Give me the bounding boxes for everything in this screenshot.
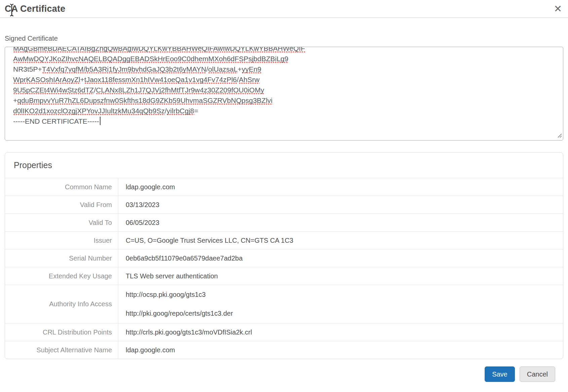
table-row-valid-to: Valid To 06/05/2023 — [5, 213, 563, 231]
row-label: Common Name — [5, 178, 118, 196]
certificate-line: MAgGBmeBDAECATAIBgZngQwBAgIwDQYLKwYBBAHW… — [13, 47, 560, 53]
table-row-subject-alternative-name: Subject Alternative Name ldap.google.com — [5, 341, 563, 359]
certificate-text: MAgGBmeBDAECATAIBgZngQwBAgIwDQYLKwYBBAHW… — [5, 47, 563, 126]
misspelled-word: AhSrw — [239, 76, 259, 84]
row-value: 06/05/2023 — [126, 219, 563, 227]
resize-handle-icon[interactable] — [557, 133, 562, 139]
table-row-serial-number: Serial Number 0eb6a9cb5f11079e0a6579daee… — [5, 249, 563, 267]
row-label: Authority Info Access — [5, 285, 118, 323]
dialog-header: CA Certificate ✕ — [0, 0, 568, 18]
row-label: Issuer — [5, 232, 118, 249]
misspelled-word: tJaox118fessmXn1hIVw41oeQa1v1vg4Fv74zPl6 — [84, 76, 237, 84]
cancel-button[interactable]: Cancel — [520, 366, 555, 382]
row-label: Valid From — [5, 196, 118, 213]
row-value: C=US, O=Google Trust Services LLC, CN=GT… — [126, 237, 563, 244]
certificate-line: 9U5pCZEt4Wi4wStz6dTZ/CLANx8LZh1J7QJVj2fh… — [13, 85, 560, 95]
misspelled-word: yyEn9 — [242, 65, 261, 74]
row-value: http://pki.goog/repo/certs/gts1c3.der — [126, 310, 563, 317]
misspelled-word: 9U5pCZEt4Wi4wStz6dTZ — [13, 86, 94, 94]
table-row-crl-distribution-points: CRL Distribution Points http://crls.pki.… — [5, 323, 563, 341]
text-caret — [100, 117, 100, 125]
row-label: Subject Alternative Name — [5, 341, 118, 359]
misspelled-word: MAgGBmeBDAECATAIBgZngQwBAgIwDQYLKwYBBAHW… — [13, 47, 305, 53]
row-value: 0eb6a9cb5f11079e0a6579daee7ad2ba — [126, 254, 563, 262]
certificate-line: WprKASOshIArAoyZl+tJaox118fessmXn1hIVw41… — [13, 74, 560, 85]
row-value: http://ocsp.pki.goog/gts1c3 — [126, 291, 563, 299]
certificate-line: AwMwDQYJKoZIhvcNAQELBQADggEBADSkHrEoo9C0… — [13, 53, 560, 64]
row-label: CRL Distribution Points — [5, 323, 118, 341]
dialog-title: CA Certificate — [5, 4, 65, 14]
properties-title: Properties — [5, 153, 563, 178]
table-row-common-name: Common Name ldap.google.com — [5, 178, 563, 196]
misspelled-word: T4Vxfq7vqfM/b5A3Ri1fyJm9bvhdGaJQ3b2t6yMA… — [42, 65, 206, 74]
certificate-line: -----END CERTIFICATE----- — [13, 116, 560, 126]
certificate-line: +qduBmpvvYuR7hZL6Dupszfnw0Skfths18dG9ZKb… — [13, 95, 560, 106]
certificate-line: d0lIKO2d1xozclOzgjXPYovJJIultzkMu34qQb9S… — [13, 106, 560, 116]
signed-certificate-label: Signed Certificate — [5, 35, 568, 42]
certificate-line: NR3t5P+T4Vxfq7vqfM/b5A3Ri1fyJm9bvhdGaJQ3… — [13, 64, 560, 74]
row-label: Extended Key Usage — [5, 267, 118, 285]
table-row-valid-from: Valid From 03/13/2023 — [5, 196, 563, 213]
properties-panel: Properties Common Name ldap.google.com V… — [5, 152, 563, 359]
row-label: Valid To — [5, 214, 118, 231]
misspelled-word: CLANx8LZh1J7QJVj2fhMtfTJr9w4z30Z209fOU0i… — [96, 86, 264, 94]
dialog-footer: Save Cancel — [0, 366, 555, 382]
row-value: ldap.google.com — [126, 346, 563, 354]
row-label: Serial Number — [5, 249, 118, 267]
misspelled-word: d0lIKO2d1xozclOzgjXPYovJJIultzkMu34qQb9S… — [13, 107, 165, 115]
misspelled-word: olUazsaL — [208, 65, 238, 74]
row-value: http://crls.pki.goog/gts1c3/moVDfISia2k.… — [126, 328, 563, 336]
table-row-issuer: Issuer C=US, O=Google Trust Services LLC… — [5, 231, 563, 249]
table-row-extended-key-usage: Extended Key Usage TLS Web server authen… — [5, 267, 563, 285]
misspelled-word: yilrbCgj8 — [167, 107, 194, 115]
save-button[interactable]: Save — [485, 366, 515, 382]
close-icon[interactable]: ✕ — [554, 4, 562, 14]
row-value: 03/13/2023 — [126, 201, 563, 209]
signed-certificate-textarea[interactable]: MAgGBmeBDAECATAIBgZngQwBAgIwDQYLKwYBBAHW… — [5, 47, 563, 141]
row-value: ldap.google.com — [126, 183, 563, 191]
misspelled-word: AwMwDQYJKoZIhvcNAQELBQADggEBADSkHrEoo9C0… — [13, 55, 288, 63]
table-row-authority-info-access: Authority Info Access http://ocsp.pki.go… — [5, 285, 563, 323]
row-value: TLS Web server authentication — [126, 272, 563, 280]
misspelled-word: qduBmpvvYuR7hZL6Dupszfnw0Skfths18dG9ZKb5… — [17, 96, 272, 105]
misspelled-word: WprKASOshIArAoyZl — [13, 76, 80, 84]
